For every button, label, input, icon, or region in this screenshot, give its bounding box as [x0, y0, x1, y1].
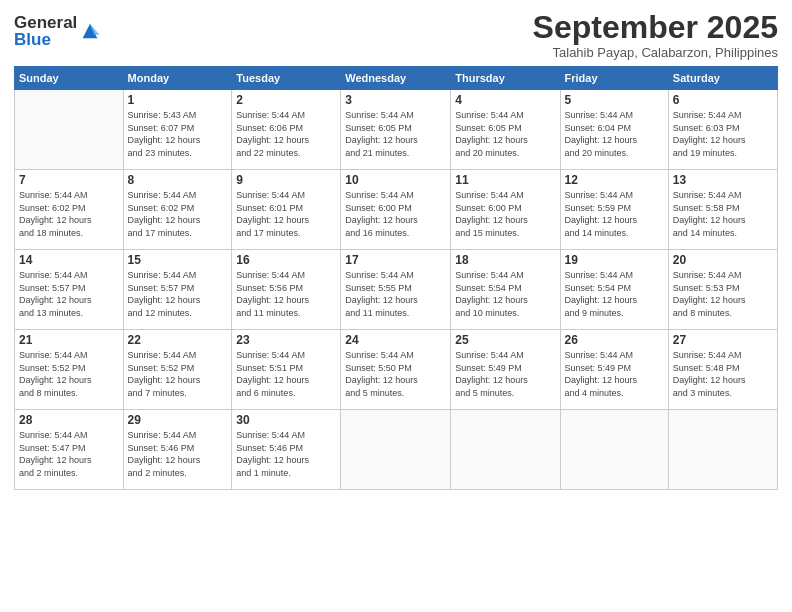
- day-cell: [15, 90, 124, 170]
- day-number: 12: [565, 173, 664, 187]
- day-number: 23: [236, 333, 336, 347]
- col-saturday: Saturday: [668, 67, 777, 90]
- day-number: 5: [565, 93, 664, 107]
- day-number: 18: [455, 253, 555, 267]
- day-info: Sunrise: 5:44 AM Sunset: 6:03 PM Dayligh…: [673, 109, 773, 159]
- logo-icon: [79, 20, 101, 42]
- week-row-4: 28Sunrise: 5:44 AM Sunset: 5:47 PM Dayli…: [15, 410, 778, 490]
- day-info: Sunrise: 5:44 AM Sunset: 6:00 PM Dayligh…: [455, 189, 555, 239]
- day-number: 8: [128, 173, 228, 187]
- day-number: 6: [673, 93, 773, 107]
- day-number: 25: [455, 333, 555, 347]
- day-info: Sunrise: 5:44 AM Sunset: 5:54 PM Dayligh…: [455, 269, 555, 319]
- title-area: September 2025 Talahib Payap, Calabarzon…: [533, 10, 778, 60]
- day-cell: 26Sunrise: 5:44 AM Sunset: 5:49 PM Dayli…: [560, 330, 668, 410]
- week-row-0: 1Sunrise: 5:43 AM Sunset: 6:07 PM Daylig…: [15, 90, 778, 170]
- day-cell: 7Sunrise: 5:44 AM Sunset: 6:02 PM Daylig…: [15, 170, 124, 250]
- day-cell: 15Sunrise: 5:44 AM Sunset: 5:57 PM Dayli…: [123, 250, 232, 330]
- day-cell: 5Sunrise: 5:44 AM Sunset: 6:04 PM Daylig…: [560, 90, 668, 170]
- col-tuesday: Tuesday: [232, 67, 341, 90]
- day-info: Sunrise: 5:44 AM Sunset: 5:55 PM Dayligh…: [345, 269, 446, 319]
- day-cell: 16Sunrise: 5:44 AM Sunset: 5:56 PM Dayli…: [232, 250, 341, 330]
- logo-general: General: [14, 14, 77, 31]
- day-info: Sunrise: 5:44 AM Sunset: 6:05 PM Dayligh…: [455, 109, 555, 159]
- day-info: Sunrise: 5:44 AM Sunset: 5:57 PM Dayligh…: [19, 269, 119, 319]
- day-number: 19: [565, 253, 664, 267]
- day-info: Sunrise: 5:44 AM Sunset: 5:52 PM Dayligh…: [128, 349, 228, 399]
- day-cell: 30Sunrise: 5:44 AM Sunset: 5:46 PM Dayli…: [232, 410, 341, 490]
- day-number: 11: [455, 173, 555, 187]
- header: General Blue September 2025 Talahib Paya…: [14, 10, 778, 60]
- day-cell: 25Sunrise: 5:44 AM Sunset: 5:49 PM Dayli…: [451, 330, 560, 410]
- day-info: Sunrise: 5:44 AM Sunset: 6:00 PM Dayligh…: [345, 189, 446, 239]
- day-cell: 19Sunrise: 5:44 AM Sunset: 5:54 PM Dayli…: [560, 250, 668, 330]
- day-info: Sunrise: 5:44 AM Sunset: 6:01 PM Dayligh…: [236, 189, 336, 239]
- day-info: Sunrise: 5:44 AM Sunset: 5:58 PM Dayligh…: [673, 189, 773, 239]
- day-number: 17: [345, 253, 446, 267]
- day-number: 27: [673, 333, 773, 347]
- day-cell: 6Sunrise: 5:44 AM Sunset: 6:03 PM Daylig…: [668, 90, 777, 170]
- day-cell: 22Sunrise: 5:44 AM Sunset: 5:52 PM Dayli…: [123, 330, 232, 410]
- day-info: Sunrise: 5:44 AM Sunset: 5:59 PM Dayligh…: [565, 189, 664, 239]
- day-info: Sunrise: 5:44 AM Sunset: 6:02 PM Dayligh…: [19, 189, 119, 239]
- day-number: 28: [19, 413, 119, 427]
- day-info: Sunrise: 5:44 AM Sunset: 5:46 PM Dayligh…: [236, 429, 336, 479]
- day-info: Sunrise: 5:44 AM Sunset: 5:57 PM Dayligh…: [128, 269, 228, 319]
- day-cell: 2Sunrise: 5:44 AM Sunset: 6:06 PM Daylig…: [232, 90, 341, 170]
- day-number: 10: [345, 173, 446, 187]
- day-cell: 11Sunrise: 5:44 AM Sunset: 6:00 PM Dayli…: [451, 170, 560, 250]
- col-sunday: Sunday: [15, 67, 124, 90]
- day-cell: 24Sunrise: 5:44 AM Sunset: 5:50 PM Dayli…: [341, 330, 451, 410]
- day-info: Sunrise: 5:44 AM Sunset: 6:04 PM Dayligh…: [565, 109, 664, 159]
- day-cell: [560, 410, 668, 490]
- logo: General Blue: [14, 14, 101, 48]
- day-cell: 14Sunrise: 5:44 AM Sunset: 5:57 PM Dayli…: [15, 250, 124, 330]
- day-info: Sunrise: 5:44 AM Sunset: 5:51 PM Dayligh…: [236, 349, 336, 399]
- day-cell: 29Sunrise: 5:44 AM Sunset: 5:46 PM Dayli…: [123, 410, 232, 490]
- day-info: Sunrise: 5:44 AM Sunset: 5:47 PM Dayligh…: [19, 429, 119, 479]
- week-row-1: 7Sunrise: 5:44 AM Sunset: 6:02 PM Daylig…: [15, 170, 778, 250]
- week-row-3: 21Sunrise: 5:44 AM Sunset: 5:52 PM Dayli…: [15, 330, 778, 410]
- day-cell: 28Sunrise: 5:44 AM Sunset: 5:47 PM Dayli…: [15, 410, 124, 490]
- day-info: Sunrise: 5:43 AM Sunset: 6:07 PM Dayligh…: [128, 109, 228, 159]
- day-info: Sunrise: 5:44 AM Sunset: 5:50 PM Dayligh…: [345, 349, 446, 399]
- calendar-body: 1Sunrise: 5:43 AM Sunset: 6:07 PM Daylig…: [15, 90, 778, 490]
- day-number: 26: [565, 333, 664, 347]
- day-info: Sunrise: 5:44 AM Sunset: 6:02 PM Dayligh…: [128, 189, 228, 239]
- logo-blue: Blue: [14, 31, 77, 48]
- day-info: Sunrise: 5:44 AM Sunset: 6:06 PM Dayligh…: [236, 109, 336, 159]
- day-cell: [668, 410, 777, 490]
- day-number: 2: [236, 93, 336, 107]
- day-number: 4: [455, 93, 555, 107]
- day-number: 13: [673, 173, 773, 187]
- day-number: 20: [673, 253, 773, 267]
- day-number: 16: [236, 253, 336, 267]
- day-cell: [451, 410, 560, 490]
- day-number: 1: [128, 93, 228, 107]
- day-number: 29: [128, 413, 228, 427]
- day-cell: 21Sunrise: 5:44 AM Sunset: 5:52 PM Dayli…: [15, 330, 124, 410]
- day-cell: 10Sunrise: 5:44 AM Sunset: 6:00 PM Dayli…: [341, 170, 451, 250]
- day-info: Sunrise: 5:44 AM Sunset: 5:49 PM Dayligh…: [455, 349, 555, 399]
- day-cell: 1Sunrise: 5:43 AM Sunset: 6:07 PM Daylig…: [123, 90, 232, 170]
- day-info: Sunrise: 5:44 AM Sunset: 5:54 PM Dayligh…: [565, 269, 664, 319]
- day-cell: 27Sunrise: 5:44 AM Sunset: 5:48 PM Dayli…: [668, 330, 777, 410]
- day-cell: 12Sunrise: 5:44 AM Sunset: 5:59 PM Dayli…: [560, 170, 668, 250]
- day-cell: 3Sunrise: 5:44 AM Sunset: 6:05 PM Daylig…: [341, 90, 451, 170]
- day-cell: 9Sunrise: 5:44 AM Sunset: 6:01 PM Daylig…: [232, 170, 341, 250]
- day-cell: [341, 410, 451, 490]
- day-cell: 23Sunrise: 5:44 AM Sunset: 5:51 PM Dayli…: [232, 330, 341, 410]
- day-number: 7: [19, 173, 119, 187]
- page: General Blue September 2025 Talahib Paya…: [0, 0, 792, 612]
- week-row-2: 14Sunrise: 5:44 AM Sunset: 5:57 PM Dayli…: [15, 250, 778, 330]
- month-title: September 2025: [533, 10, 778, 45]
- day-info: Sunrise: 5:44 AM Sunset: 6:05 PM Dayligh…: [345, 109, 446, 159]
- day-cell: 18Sunrise: 5:44 AM Sunset: 5:54 PM Dayli…: [451, 250, 560, 330]
- day-cell: 20Sunrise: 5:44 AM Sunset: 5:53 PM Dayli…: [668, 250, 777, 330]
- day-number: 15: [128, 253, 228, 267]
- col-thursday: Thursday: [451, 67, 560, 90]
- subtitle: Talahib Payap, Calabarzon, Philippines: [533, 45, 778, 60]
- day-number: 22: [128, 333, 228, 347]
- day-info: Sunrise: 5:44 AM Sunset: 5:46 PM Dayligh…: [128, 429, 228, 479]
- day-number: 3: [345, 93, 446, 107]
